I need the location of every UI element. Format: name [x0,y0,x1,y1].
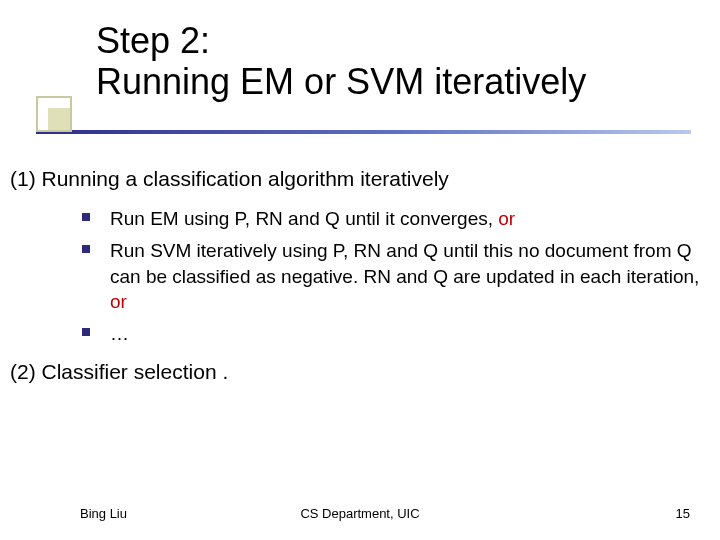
sub-list: Run EM using P, RN and Q until it conver… [82,203,710,349]
sub-item-3-text: … [110,323,129,344]
slide: Step 2: Running EM or SVM iteratively (1… [0,0,720,540]
body-content: (1) Running a classification algorithm i… [10,165,710,386]
title-line-2: Running EM or SVM iteratively [96,61,586,102]
title-line-1: Step 2: [96,20,210,61]
sub-item-2-text: Run SVM iteratively using P, RN and Q un… [110,240,699,287]
slide-number: 15 [676,506,690,521]
sub-item-1-or: or [498,208,515,229]
title-decor-square-fill [48,108,70,130]
list-item-1: (1) Running a classification algorithm i… [10,165,710,193]
list-item-2: (2) Classifier selection . [10,358,710,386]
sub-item-1-text: Run EM using P, RN and Q until it conver… [110,208,498,229]
sub-item-3: … [82,318,710,350]
sub-item-1: Run EM using P, RN and Q until it conver… [82,203,710,235]
sub-item-2-or: or [110,291,127,312]
sub-item-2: Run SVM iteratively using P, RN and Q un… [82,235,710,318]
footer-affiliation: CS Department, UIC [0,506,720,521]
slide-title: Step 2: Running EM or SVM iteratively [96,20,696,103]
title-underline [36,130,691,134]
footer: Bing Liu CS Department, UIC 15 [0,506,720,528]
